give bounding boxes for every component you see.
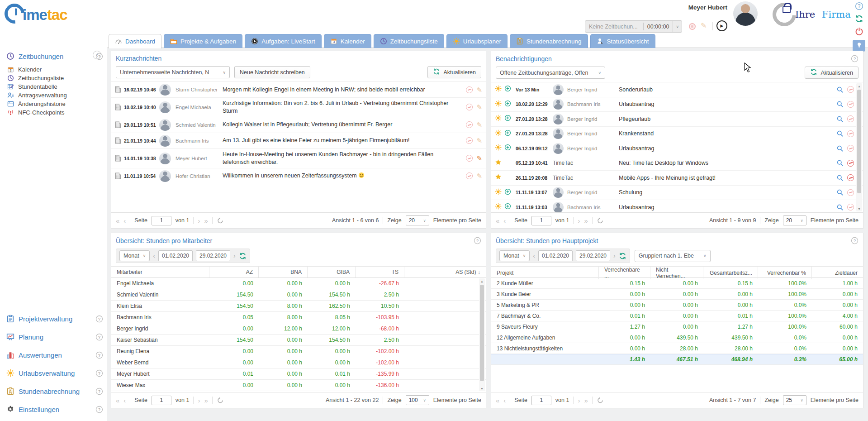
- view-details-icon[interactable]: [836, 145, 844, 152]
- delete-icon[interactable]: [466, 155, 473, 162]
- user-name[interactable]: Meyer Hubert: [665, 4, 727, 11]
- scroll-up-icon[interactable]: ▲: [856, 83, 862, 89]
- new-message-button[interactable]: Neue Nachricht schreiben: [234, 66, 310, 78]
- sidebar-item[interactable]: Planung ?: [6, 329, 103, 344]
- sidebar-item[interactable]: Stundenabrechnung ?: [6, 383, 103, 399]
- prev-period-icon[interactable]: ‹: [533, 252, 535, 259]
- message-row[interactable]: 29.01.19 10:51 Schmied Valentin Kollegin…: [111, 117, 486, 133]
- help-icon[interactable]: ?: [851, 237, 859, 244]
- tab[interactable]: Zeitbuchungsliste: [374, 34, 444, 48]
- prev-period-icon[interactable]: ‹: [153, 252, 155, 259]
- help-icon[interactable]: ?: [95, 406, 103, 413]
- refresh-icon[interactable]: [217, 217, 224, 224]
- message-row[interactable]: 16.02.19 10:46 Sturm Christopher Morgen …: [111, 82, 486, 98]
- employee-row[interactable]: Reunig Elena 0.00 0.00 h 0.00 h -102.00 …: [111, 346, 486, 357]
- scroll-thumb[interactable]: [480, 285, 484, 381]
- user-avatar[interactable]: [733, 1, 758, 26]
- sorted-column-header[interactable]: AS (Std)↓: [404, 267, 486, 277]
- logout-icon[interactable]: [855, 27, 863, 36]
- view-details-icon[interactable]: [836, 86, 844, 93]
- date-to-input[interactable]: 29.02.2020: [576, 250, 610, 261]
- first-page-icon[interactable]: «: [116, 217, 119, 225]
- refresh-button[interactable]: Aktualisieren: [805, 67, 859, 79]
- help-icon[interactable]: ?: [95, 369, 103, 377]
- prev-page-icon[interactable]: ‹: [123, 397, 126, 404]
- first-page-icon[interactable]: «: [116, 397, 119, 404]
- dismiss-icon[interactable]: [847, 130, 854, 137]
- period-select[interactable]: Monat∨: [119, 250, 150, 261]
- employee-row[interactable]: Klein Elisa 154.50 8.00 h 162.50 h 10.50…: [111, 301, 486, 312]
- dismiss-icon[interactable]: [847, 174, 854, 181]
- tab[interactable]: 3 Kalender: [324, 34, 371, 48]
- notification-row[interactable]: 26.11.19 20:08 TimeTac Mobile Apps - Ihr…: [491, 171, 863, 186]
- message-row[interactable]: 10.02.19 10:40 Engel Michaela Kurzfristi…: [111, 98, 486, 117]
- message-row[interactable]: 14.01.19 10:38 Meyer Hubert Heute In-Hou…: [111, 149, 486, 168]
- delete-icon[interactable]: [466, 172, 473, 179]
- employee-row[interactable]: Meyer Hubert 0.01 0.00 h 0.01 h -135.99 …: [111, 368, 486, 380]
- time-tracker-widget[interactable]: Keine Zeitbuchun... 00:00:00 ∨: [585, 20, 682, 33]
- view-details-icon[interactable]: [836, 159, 844, 167]
- last-page-icon[interactable]: »: [584, 397, 588, 404]
- project-row[interactable]: 1.43 h 467.51 h 468.94 h 0.3% 65.00 h: [491, 354, 863, 365]
- next-period-icon[interactable]: ›: [233, 252, 236, 259]
- view-details-icon[interactable]: [836, 100, 844, 108]
- help-icon[interactable]: ?: [95, 388, 103, 395]
- last-page-icon[interactable]: »: [204, 217, 208, 225]
- delete-icon[interactable]: [466, 86, 473, 93]
- notification-row[interactable]: Vor 13 Min Berger Ingrid Sonderurlaub: [491, 82, 863, 97]
- date-from-input[interactable]: 01.02.2020: [538, 250, 573, 261]
- project-row[interactable]: 2 Kunde Müller 0.15 h 0.00 h 0.15 h 100.…: [491, 278, 863, 289]
- period-select[interactable]: Monat∨: [499, 250, 530, 261]
- hint-panel-toggle[interactable]: [853, 40, 865, 52]
- refresh-button[interactable]: Aktualisieren: [427, 66, 481, 78]
- help-icon[interactable]: ?: [851, 55, 859, 62]
- next-page-icon[interactable]: ›: [198, 217, 200, 225]
- scroll-up-icon[interactable]: ▲: [479, 278, 485, 284]
- sidebar-item[interactable]: Auswertungen ?: [6, 347, 103, 363]
- tab[interactable]: Aufgaben: LiveStart: [245, 34, 322, 48]
- edit-booking-icon[interactable]: ✎: [701, 21, 707, 30]
- per-page-select[interactable]: 20∨: [406, 215, 429, 225]
- employee-row[interactable]: Kaiser Sebastian 154.50 0.00 h 154.50 h …: [111, 335, 486, 346]
- stop-tracking-icon[interactable]: [689, 23, 696, 30]
- view-details-icon[interactable]: [836, 204, 844, 211]
- tab[interactable]: Projekte & Aufgaben: [164, 34, 242, 48]
- sidebar-item[interactable]: Projektverwaltung ?: [6, 311, 103, 326]
- start-tracking-button[interactable]: ▶: [716, 20, 727, 31]
- message-filter-select[interactable]: Unternehmensweite Nachrichten, N∨: [116, 66, 230, 78]
- employee-row[interactable]: Bachmann Iris 0.05 8.00 h 8.05 h -103.95…: [111, 312, 486, 323]
- delete-icon[interactable]: [466, 137, 473, 144]
- edit-icon[interactable]: ✎: [476, 155, 482, 162]
- date-from-input[interactable]: 01.02.2020: [158, 250, 193, 261]
- message-row[interactable]: 11.01.19 10:54 Hofer Christian Willkomme…: [111, 168, 486, 184]
- help-icon[interactable]: ?: [95, 333, 103, 341]
- delete-icon[interactable]: [466, 121, 473, 128]
- page-input[interactable]: [152, 396, 171, 405]
- sidebar-item[interactable]: Zeitbuchungen ?: [6, 48, 103, 64]
- per-page-select[interactable]: 20∨: [783, 215, 806, 225]
- chevron-down-icon[interactable]: ∨: [673, 21, 682, 32]
- scroll-thumb[interactable]: [857, 90, 861, 193]
- project-row[interactable]: 9 Saveurs Fleury 1.27 h 0.00 h 1.27 h 10…: [491, 321, 863, 332]
- next-page-icon[interactable]: ›: [578, 217, 580, 225]
- edit-icon[interactable]: ✎: [476, 172, 482, 179]
- edit-icon[interactable]: ✎: [476, 104, 482, 110]
- delete-icon[interactable]: [466, 104, 473, 110]
- notification-filter-select[interactable]: Offene Zeitbuchungsanträge, Offen∨: [496, 67, 605, 79]
- tab[interactable]: Statusübersicht: [590, 34, 655, 48]
- per-page-select[interactable]: 25∨: [783, 395, 806, 405]
- per-page-select[interactable]: 100∨: [406, 395, 429, 405]
- edit-icon[interactable]: ✎: [476, 121, 482, 128]
- prev-page-icon[interactable]: ‹: [503, 217, 506, 225]
- view-details-icon[interactable]: [836, 174, 844, 182]
- prev-page-icon[interactable]: ‹: [503, 397, 506, 404]
- notification-row[interactable]: 27.01.20 13:28 Berger Ingrid Krankenstan…: [491, 127, 863, 142]
- view-details-icon[interactable]: [836, 130, 844, 137]
- first-page-icon[interactable]: «: [496, 217, 499, 225]
- refresh-icon[interactable]: [239, 252, 247, 260]
- employee-row[interactable]: Berger Ingrid 0.00 12.00 h 12.00 h -68.0…: [111, 323, 486, 335]
- sidebar-item[interactable]: Einstellungen ?: [6, 402, 103, 417]
- notification-row[interactable]: 06.12.19 09:12 Berger Ingrid Urlaubsantr…: [491, 141, 863, 156]
- dismiss-icon[interactable]: [847, 101, 854, 108]
- scroll-down-icon[interactable]: ▼: [856, 206, 862, 211]
